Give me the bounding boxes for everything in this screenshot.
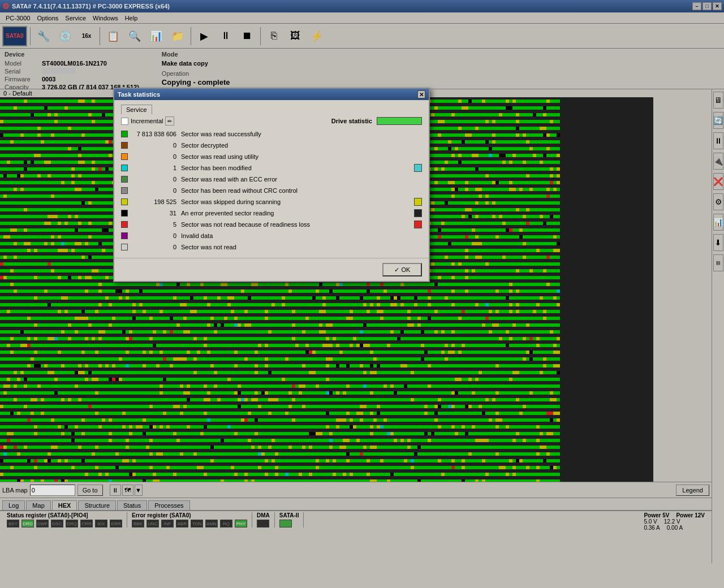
sata-led (279, 520, 292, 528)
mode-info: Mode Make data copy Operation Copying - … (162, 51, 230, 87)
menu-service[interactable]: Service (62, 14, 89, 23)
stat-row-5: 0Sector has been read without CRC contro… (121, 185, 422, 196)
stat-desc-5: Sector has been read without CRC control (181, 187, 422, 194)
sidebar-btn-7[interactable]: 📊 (713, 214, 723, 231)
stat-count-2: 0 (131, 153, 176, 160)
sidebar-btn-6[interactable]: ⚙ (713, 193, 723, 210)
dma-led (257, 520, 269, 528)
error-abr: ABR (176, 520, 188, 528)
menu-options[interactable]: Options (33, 14, 62, 23)
tab-map[interactable]: Map (26, 500, 50, 510)
map-options-button[interactable]: 🗺 (122, 485, 133, 496)
close-button[interactable]: ✕ (713, 2, 722, 10)
map-dropdown-button[interactable]: ▼ (135, 485, 143, 496)
dialog-body: Service Incremental ✏ Drive statistic 7 … (114, 100, 429, 258)
toolbar-clone-button[interactable]: ⎘ (264, 26, 284, 46)
stat-color-7 (121, 210, 128, 217)
toolbar-settings-button[interactable]: 🔧 (33, 26, 54, 46)
tab-structure[interactable]: Structure (78, 500, 116, 510)
amn-led: AMN (205, 520, 218, 528)
menu-help[interactable]: Help (122, 14, 141, 23)
stat-desc-6: Sector was skipped during scanning (181, 198, 410, 205)
stat-desc-7: An error prevented sector reading (181, 210, 410, 217)
tab-hex[interactable]: HEX (52, 500, 77, 510)
stat-count-10: 0 (131, 244, 176, 250)
toolbar-play-button[interactable]: ▶ (194, 26, 214, 46)
device-model-row: Model ST4000LM016-1N2170 (5, 60, 139, 67)
stat-desc-10: Sector was not read (181, 244, 422, 250)
dialog-footer: ✓ OK (114, 258, 429, 281)
sidebar-btn-8[interactable]: ➡ (713, 234, 723, 251)
stat-color-5 (121, 187, 128, 194)
stat-desc-1: Sector decrypted (181, 142, 422, 149)
error-register-section: Error register (SATA0) BBK UNC INF ABR (127, 512, 252, 528)
status-reg-items: BSY DRD DWF DSC DRQ (7, 520, 122, 528)
status-drq: DRQ (66, 520, 78, 528)
sata-title: SATA-II (279, 512, 299, 518)
tab-status[interactable]: Status (117, 500, 147, 510)
dialog-titlebar: Task statistics ✕ (114, 89, 429, 100)
sata-button[interactable]: SATA0 (2, 26, 27, 46)
maximize-button[interactable]: □ (703, 2, 712, 10)
tabs-bar: Log Map HEX Structure Status Processes (0, 498, 712, 510)
pause-map-button[interactable]: ⏸ (110, 485, 121, 496)
tab-processes[interactable]: Processes (148, 500, 189, 510)
toolbar-disk-button[interactable]: 💿 (55, 26, 75, 46)
stat-color-1 (121, 142, 128, 149)
toolbar-search-button[interactable]: 🔍 (124, 26, 145, 46)
stat-row-0: 7 813 838 606Sector was read successfull… (121, 129, 422, 139)
ok-button[interactable]: ✓ OK (382, 263, 422, 276)
goto-button[interactable]: Go to (77, 485, 103, 496)
stat-desc-2: Sector was read using utility (181, 153, 422, 160)
incremental-row: Incremental ✏ (121, 116, 174, 126)
toolbar-stop-button[interactable]: ⏹ (237, 26, 257, 46)
minimize-button[interactable]: – (692, 2, 701, 10)
sidebar-btn-9[interactable]: ≡ (713, 254, 723, 271)
toolbar-separator-1 (30, 27, 31, 45)
dialog-close-button[interactable]: ✕ (417, 90, 425, 98)
phy-led: PHY (235, 520, 247, 528)
dialog-service-tab[interactable]: Service (121, 105, 152, 114)
bbk-led: BBK (132, 520, 144, 528)
drive-stat-label: Drive statistic (331, 118, 372, 124)
sidebar-btn-1[interactable]: 🖥 (713, 92, 723, 109)
toolbar-pause-button[interactable]: ⏸ (216, 26, 236, 46)
sidebar-btn-5[interactable]: ❌ (713, 173, 723, 190)
power5v-label: Power 5V (644, 512, 669, 518)
current5v: 0.36 A (644, 525, 660, 531)
stat-count-8: 5 (131, 221, 176, 228)
toolbar-separator-2 (100, 27, 100, 45)
sidebar-btn-4[interactable]: 🔌 (713, 153, 723, 170)
menu-windows[interactable]: Windows (89, 14, 122, 23)
device-info: Device Model ST4000LM016-1N2170 Serial F… (5, 51, 139, 87)
unc-led: UNC (146, 520, 159, 528)
voltage5v: 5.0 V (644, 518, 657, 525)
voltage12v: 12.2 V (664, 518, 680, 525)
error-amn: AMN (205, 520, 218, 528)
stat-count-7: 31 (131, 210, 176, 217)
toolbar-passport-button[interactable]: 📋 (103, 26, 123, 46)
sidebar-btn-3[interactable]: ⏸ (713, 132, 723, 149)
incremental-checkbox[interactable] (121, 118, 128, 125)
stat-count-9: 0 (131, 232, 176, 239)
status-drd: DRD (21, 520, 34, 528)
error-inf: INF (161, 520, 174, 528)
toolbar-image-button[interactable]: 🖼 (285, 26, 305, 46)
menu-pc3000[interactable]: PC-3000 (2, 14, 33, 23)
legend-button[interactable]: Legend (676, 485, 709, 496)
tab-log[interactable]: Log (2, 500, 25, 510)
dialog-header-row: Incremental ✏ Drive statistic (121, 116, 422, 126)
incremental-edit-button[interactable]: ✏ (165, 116, 174, 126)
toolbar-copy-button[interactable]: 📁 (167, 26, 188, 46)
toolbar-format-button[interactable]: 📊 (146, 26, 166, 46)
mode-operation-row: Operation (162, 70, 230, 77)
abr-led: ABR (176, 520, 188, 528)
toolbar-script-button[interactable]: ⚡ (307, 26, 327, 46)
toolbar-hex-button[interactable]: 16x (76, 26, 97, 46)
incremental-label: Incremental (131, 118, 163, 124)
sidebar-btn-2[interactable]: 🔄 (713, 112, 723, 129)
toolbar-separator-4 (260, 27, 261, 45)
power-currents-row: 0.36 A 0.00 A (644, 525, 705, 531)
lba-input[interactable] (30, 485, 75, 496)
status-dwf: DWF (36, 520, 49, 528)
